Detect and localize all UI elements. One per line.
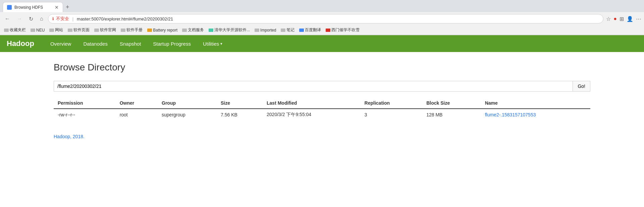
- bookmark-label: 软件官网: [100, 27, 116, 33]
- col-permission: Permission: [54, 98, 116, 109]
- dropdown-arrow-icon: ▾: [220, 42, 222, 46]
- main-content: Browse Directory Go! Permission Owner Gr…: [0, 52, 644, 149]
- star-icon[interactable]: ☆: [606, 16, 611, 22]
- bookmark-label: 西门催学不吹雪: [331, 27, 360, 33]
- bookmark-item[interactable]: NEU: [29, 27, 46, 33]
- file-link[interactable]: flume2-.1583157107553: [485, 112, 536, 117]
- browser-chrome: Browsing HDFS ✕ + ← → ↻ ⌂ ℹ 不安全 | master…: [0, 0, 644, 35]
- bookmark-label: 软件页面: [73, 27, 90, 33]
- bookmark-label: 百度翻译: [305, 27, 321, 33]
- cell-size: 7.56 KB: [217, 109, 263, 120]
- footer-text: Hadoop, 2018.: [54, 134, 85, 139]
- folder-icon: [31, 29, 35, 32]
- col-size: Size: [217, 98, 263, 109]
- bookmark-item[interactable]: Imported: [253, 27, 277, 33]
- feather-icon: [209, 29, 213, 32]
- col-owner: Owner: [116, 98, 158, 109]
- cell-group: supergroup: [158, 109, 217, 120]
- bookmark-item[interactable]: 软件手册: [119, 27, 144, 34]
- bookmark-label: NEU: [36, 28, 45, 33]
- address-bar-row: ← → ↻ ⌂ ℹ 不安全 | master:50070/explorer.ht…: [0, 12, 644, 25]
- nav-link-datanodes[interactable]: Datanodes: [77, 36, 114, 51]
- folder-icon: [68, 29, 72, 32]
- menu-icon[interactable]: ⋯: [636, 16, 641, 22]
- directory-table: Permission Owner Group Size Last Modifie…: [54, 98, 590, 120]
- bookmark-item[interactable]: 文档服务: [181, 27, 205, 34]
- table-row: -rw-r--r-- root supergroup 7.56 KB 2020/…: [54, 109, 590, 120]
- bookmark-label: Battery report: [153, 28, 177, 33]
- path-row: Go!: [54, 81, 590, 92]
- nav-link-startup-progress[interactable]: Startup Progress: [147, 36, 197, 51]
- folder-icon: [255, 29, 259, 32]
- bookmark-item[interactable]: 网站: [48, 27, 64, 34]
- hadoop-navbar: Hadoop Overview Datanodes Snapshot Start…: [0, 35, 644, 52]
- nav-link-utilities[interactable]: Utilities ▾: [197, 36, 228, 51]
- bookmark-label: 清华大学开源软件...: [214, 27, 250, 33]
- col-group: Group: [158, 98, 217, 109]
- nav-link-snapshot[interactable]: Snapshot: [114, 36, 147, 51]
- forward-button[interactable]: →: [15, 14, 24, 23]
- opera-icon[interactable]: ●: [613, 16, 617, 22]
- table-header-row: Permission Owner Group Size Last Modifie…: [54, 98, 590, 109]
- col-replication: Replication: [361, 98, 423, 109]
- nav-links: Overview Datanodes Snapshot Startup Prog…: [44, 36, 228, 51]
- col-block-size: Block Size: [422, 98, 481, 109]
- address-bar-wrapper: ℹ 不安全 | master:50070/explorer.html#/flum…: [48, 14, 604, 23]
- folder-icon: [94, 29, 99, 32]
- c-icon: [326, 29, 330, 32]
- folder-icon: [121, 29, 125, 32]
- toolbar-right: ☆ ● ⊞ 👤 ⋯: [606, 16, 641, 22]
- new-tab-button[interactable]: +: [63, 4, 72, 11]
- col-name: Name: [481, 98, 590, 109]
- tab-bar: Browsing HDFS ✕ +: [0, 0, 644, 12]
- hadoop-logo: Hadoop: [7, 39, 34, 48]
- utilities-label: Utilities: [203, 41, 219, 47]
- footer: Hadoop, 2018.: [54, 134, 590, 139]
- bookmark-item[interactable]: 百度翻译: [298, 27, 322, 34]
- bookmarks-bar: 收藏夹栏 NEU 网站 软件页面 软件官网 软件手册 Battery repor…: [0, 25, 644, 35]
- back-button[interactable]: ←: [3, 14, 12, 23]
- bookmark-item[interactable]: 笔记: [279, 27, 296, 34]
- folder-icon: [4, 29, 9, 32]
- cell-last-modified: 2020/3/2 下午9:55:04: [263, 109, 361, 120]
- collection-icon[interactable]: ⊞: [620, 16, 624, 22]
- page-icon: [147, 29, 152, 32]
- security-icon: ℹ: [52, 16, 54, 21]
- folder-icon: [281, 29, 285, 32]
- cell-block-size: 128 MB: [422, 109, 481, 120]
- cell-name[interactable]: flume2-.1583157107553: [481, 109, 590, 120]
- path-input[interactable]: [54, 81, 573, 92]
- security-label: 不安全: [56, 16, 69, 22]
- col-last-modified: Last Modified: [263, 98, 361, 109]
- bookmark-label: 笔记: [286, 27, 294, 33]
- folder-icon: [49, 29, 54, 32]
- tab-favicon: [7, 5, 12, 10]
- bookmark-label: 文档服务: [188, 27, 204, 33]
- folder-icon: [182, 29, 187, 32]
- bookmark-label: 收藏夹栏: [10, 27, 26, 33]
- reload-button[interactable]: ↻: [27, 14, 35, 23]
- bookmark-label: 网站: [55, 27, 63, 33]
- active-tab[interactable]: Browsing HDFS ✕: [3, 2, 63, 12]
- profile-icon[interactable]: 👤: [627, 16, 633, 22]
- translate-icon: [299, 29, 304, 32]
- tab-close-button[interactable]: ✕: [55, 5, 59, 10]
- bookmark-label: 软件手册: [126, 27, 143, 33]
- home-button[interactable]: ⌂: [38, 14, 45, 23]
- bookmark-label: Imported: [260, 28, 276, 33]
- bookmark-item[interactable]: 清华大学开源软件...: [207, 27, 251, 34]
- nav-link-overview[interactable]: Overview: [44, 36, 77, 51]
- cell-owner: root: [116, 109, 158, 120]
- address-text[interactable]: master:50070/explorer.html#/flume2/20200…: [77, 16, 599, 21]
- cell-replication: 3: [361, 109, 423, 120]
- go-button[interactable]: Go!: [573, 81, 590, 92]
- bookmark-item[interactable]: Battery report: [146, 27, 179, 33]
- page-title: Browse Directory: [54, 62, 590, 73]
- bookmark-item[interactable]: 软件页面: [66, 27, 91, 34]
- security-separator: |: [72, 16, 73, 21]
- tab-title: Browsing HDFS: [14, 5, 52, 10]
- bookmark-item[interactable]: 软件官网: [93, 27, 117, 34]
- bookmark-item[interactable]: 收藏夹栏: [3, 27, 27, 34]
- bookmark-item[interactable]: 西门催学不吹雪: [324, 27, 361, 34]
- cell-permission: -rw-r--r--: [54, 109, 116, 120]
